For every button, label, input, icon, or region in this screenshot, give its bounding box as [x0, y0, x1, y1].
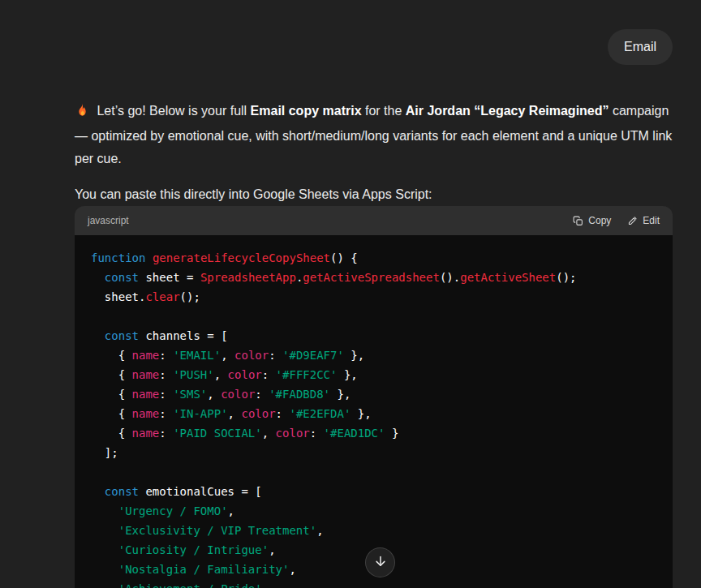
code-line: const channels = [ [91, 326, 656, 346]
code-line: { name: 'PAID SOCIAL', color: '#EAD1DC' … [91, 423, 656, 443]
arrow-down-icon [373, 554, 388, 571]
code-line: { name: 'SMS', color: '#FADBD8' }, [91, 384, 656, 404]
code-line: { name: 'IN-APP', color: '#E2EFDA' }, [91, 404, 656, 423]
code-line: const emotionalCues = [ [91, 482, 656, 501]
code-line: { name: 'EMAIL', color: '#D9EAF7' }, [91, 346, 656, 365]
code-line [91, 462, 656, 482]
code-line: sheet.clear(); [91, 287, 656, 307]
code-toolbar: Copy Edit [573, 215, 660, 226]
code-block: javascript Copy Edit [75, 206, 673, 588]
code-line: { name: 'PUSH', color: '#FFF2CC' }, [91, 365, 656, 384]
code-block-header: javascript Copy Edit [75, 206, 673, 235]
edit-button-label: Edit [643, 215, 660, 226]
chat-page: Email Let’s go! Below is your full Email… [0, 0, 701, 588]
edit-code-button[interactable]: Edit [627, 215, 660, 226]
edit-pencil-icon [627, 216, 638, 226]
assistant-paragraph-2: You can paste this directly into Google … [75, 183, 673, 206]
code-line: 'Achievement / Pride' [91, 579, 656, 588]
assistant-message: Let’s go! Below is your full Email copy … [75, 0, 673, 588]
flame-emoji-icon [75, 102, 90, 125]
copy-button-label: Copy [588, 215, 611, 226]
code-line [91, 307, 656, 326]
scroll-to-bottom-button[interactable] [365, 547, 395, 577]
assistant-paragraph-1: Let’s go! Below is your full Email copy … [75, 100, 673, 170]
copy-code-button[interactable]: Copy [573, 215, 611, 226]
code-content: function generateLifecycleCopySheet() { … [75, 235, 673, 588]
code-line: ]; [91, 443, 656, 462]
code-line: 'Exclusivity / VIP Treatment', [91, 521, 656, 540]
code-language-label: javascript [88, 215, 129, 226]
code-line: function generateLifecycleCopySheet() { [91, 248, 656, 268]
copy-icon [573, 216, 583, 226]
code-line: const sheet = SpreadsheetApp.getActiveSp… [91, 268, 656, 287]
code-line: 'Urgency / FOMO', [91, 501, 656, 521]
